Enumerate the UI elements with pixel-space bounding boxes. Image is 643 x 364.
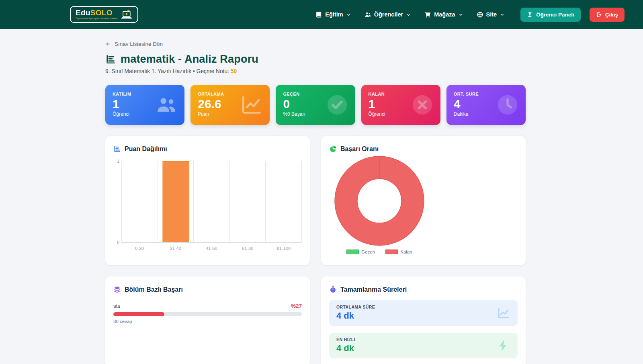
success-donut-chart: Geçen Kalan bbox=[329, 156, 430, 254]
section-success-panel: Bölüm Bazlı Başarı sts %27 30 cevap bbox=[105, 276, 310, 364]
fastest-time-card: EN HIZLI 4 dk bbox=[329, 333, 518, 358]
passing-grade-value: 50 bbox=[231, 68, 237, 74]
page-title: matematik - Analiz Raporu bbox=[121, 53, 258, 65]
success-rate-panel: Başarı Oranı Geçen Kalan bbox=[321, 136, 526, 265]
stat-card-gecen: GEÇEN 0 %0 Başarı bbox=[276, 85, 355, 125]
time-card-value: 4 dk bbox=[336, 343, 510, 354]
pie-chart-icon bbox=[329, 145, 337, 153]
student-panel-label: Öğrenci Paneli bbox=[536, 12, 574, 18]
edusolo-logo[interactable]: EduSOLO Öğretmenler İçin Eğitim Yönetim … bbox=[70, 6, 138, 22]
laptop-play-icon bbox=[121, 10, 133, 19]
bolt-icon bbox=[497, 339, 510, 352]
users-icon bbox=[365, 11, 371, 18]
bar-category-label: 41-60 bbox=[194, 246, 230, 251]
logout-icon bbox=[596, 12, 602, 18]
panel-title-text: Tamamlanma Süreleri bbox=[340, 286, 407, 293]
bar-category-label: 0-20 bbox=[121, 246, 158, 251]
stat-card-kalan: KALAN 1 Öğrenci bbox=[361, 85, 440, 125]
globe-icon bbox=[477, 11, 483, 18]
nav-label: Öğrenciler bbox=[374, 11, 403, 18]
legend-item-gecen[interactable]: Geçen bbox=[346, 249, 375, 254]
bar-chart-icon bbox=[113, 145, 121, 153]
stat-card-katilim: KATILIM 1 Öğrenci bbox=[105, 85, 184, 125]
completion-times-panel: Tamamlanma Süreleri ORTALAMA SÜRE 4 dk E… bbox=[321, 276, 526, 364]
exam-subtitle: 9. Sınıf Matematik 1. Yazılı Hazırlık • … bbox=[105, 68, 526, 74]
chart-line-icon bbox=[240, 93, 263, 117]
check-circle-icon bbox=[326, 93, 349, 117]
report-chart-icon bbox=[105, 54, 116, 65]
legend-swatch-kalan bbox=[385, 249, 398, 254]
back-link-label: Sınav Listesine Dön bbox=[115, 41, 163, 47]
panel-title-text: Puan Dağılımı bbox=[125, 145, 167, 153]
legend-swatch-gecen bbox=[346, 249, 359, 254]
bar-column bbox=[266, 161, 302, 242]
bar-column bbox=[194, 161, 230, 242]
chevron-down-icon bbox=[406, 12, 411, 17]
student-panel-button[interactable]: Öğrenci Paneli bbox=[520, 8, 581, 22]
chevron-down-icon bbox=[459, 12, 463, 17]
stat-card-ortalama: ORTALAMA 26.6 Puan bbox=[190, 85, 270, 125]
top-navigation-bar: EduSOLO Öğretmenler İçin Eğitim Yönetim … bbox=[0, 0, 643, 29]
nav-label: Site bbox=[486, 11, 497, 18]
bar-column bbox=[158, 161, 194, 242]
nav-label: Eğitim bbox=[325, 11, 343, 18]
bar-plot bbox=[121, 161, 302, 243]
bar-category-label: 81-100 bbox=[266, 246, 302, 251]
section-percent: %27 bbox=[291, 303, 302, 309]
bar bbox=[163, 161, 189, 242]
nav-item-ogrenciler[interactable]: Öğrenciler bbox=[365, 11, 411, 18]
nav-item-egitim[interactable]: Eğitim bbox=[315, 11, 350, 18]
chevron-down-icon bbox=[500, 12, 504, 17]
donut-legend: Geçen Kalan bbox=[346, 249, 412, 254]
stopwatch-icon bbox=[329, 286, 337, 293]
logo-text: EduSOLO bbox=[76, 9, 117, 16]
bar-column bbox=[230, 161, 266, 242]
stats-row: KATILIM 1 Öğrenci ORTALAMA 26.6 Puan GEÇ… bbox=[105, 85, 526, 125]
chart-line-icon bbox=[497, 306, 510, 320]
book-icon bbox=[315, 11, 322, 18]
panel-title-text: Bölüm Bazlı Başarı bbox=[125, 286, 183, 293]
student-icon bbox=[527, 12, 533, 18]
average-time-card: ORTALAMA SÜRE 4 dk bbox=[329, 300, 518, 326]
main-nav: Eğitim Öğrenciler Mağaza Site bbox=[315, 11, 504, 18]
nav-label: Mağaza bbox=[434, 11, 455, 18]
legend-label: Kalan bbox=[400, 249, 412, 254]
donut-svg bbox=[334, 156, 424, 246]
donut-inner-border bbox=[357, 179, 401, 223]
bar-column bbox=[122, 161, 158, 242]
x-circle-icon bbox=[411, 93, 434, 117]
nav-item-magaza[interactable]: Mağaza bbox=[424, 11, 463, 18]
section-progress-row: sts %27 30 cevap bbox=[113, 303, 302, 324]
bar-labels: 0-2021-4041-6061-8081-100 bbox=[121, 246, 302, 251]
time-card-label: EN HIZLI bbox=[336, 337, 510, 342]
panel-title-text: Başarı Oranı bbox=[340, 145, 379, 153]
bar-category-label: 61-80 bbox=[229, 246, 266, 251]
time-card-value: 4 dk bbox=[336, 311, 510, 321]
users-group-icon bbox=[155, 93, 178, 117]
y-tick-min: 0 bbox=[117, 240, 119, 245]
progress-fill bbox=[113, 312, 164, 316]
progress-track bbox=[113, 312, 302, 316]
bar-category-label: 21-40 bbox=[158, 246, 194, 251]
legend-label: Geçen bbox=[361, 249, 375, 254]
time-card-label: ORTALAMA SÜRE bbox=[336, 305, 510, 309]
arrow-left-icon bbox=[105, 41, 111, 47]
cart-icon bbox=[424, 11, 431, 18]
back-to-exam-list-link[interactable]: Sınav Listesine Dön bbox=[105, 41, 163, 47]
main-content: Sınav Listesine Dön matematik - Analiz R… bbox=[105, 41, 526, 364]
y-tick-max: 1 bbox=[117, 159, 119, 164]
section-name: sts bbox=[113, 303, 120, 309]
logout-label: Çıkış bbox=[605, 12, 618, 18]
chevron-down-icon bbox=[346, 12, 351, 17]
clock-icon bbox=[496, 93, 519, 117]
stat-card-ort-sure: ORT. SÜRE 4 Dakika bbox=[446, 85, 526, 125]
nav-item-site[interactable]: Site bbox=[477, 11, 505, 18]
layers-icon bbox=[113, 286, 121, 293]
answer-count: 30 cevap bbox=[113, 319, 302, 324]
score-distribution-panel: Puan Dağılımı 1 0 0-2021-4041-6061-8081-… bbox=[105, 136, 310, 265]
logo-tagline: Öğretmenler İçin Eğitim Yönetim Sistemi bbox=[76, 18, 117, 20]
y-axis: 1 0 bbox=[114, 161, 121, 243]
legend-item-kalan[interactable]: Kalan bbox=[385, 249, 412, 254]
score-bar-chart: 1 0 0-2021-4041-6061-8081-100 bbox=[113, 161, 302, 251]
logout-button[interactable]: Çıkış bbox=[590, 8, 625, 22]
